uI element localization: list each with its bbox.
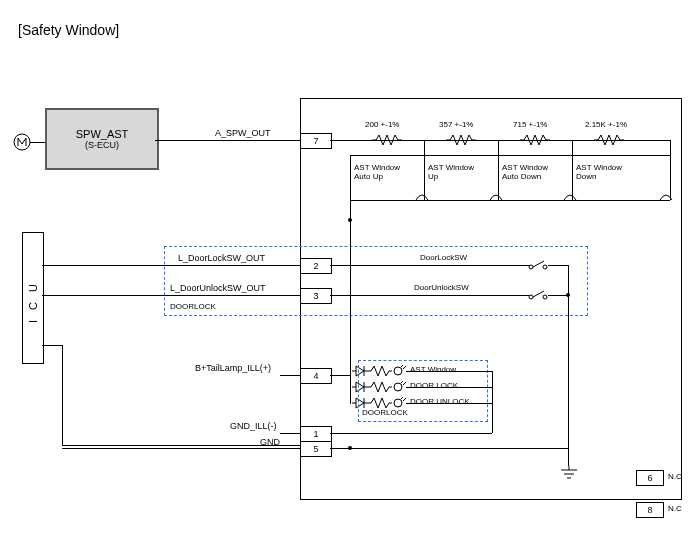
doorlock-group-box — [164, 246, 588, 316]
wire — [330, 375, 350, 376]
svg-point-0 — [14, 134, 30, 150]
signal-b-tail-ill: B+TailLamp_ILL(+) — [195, 363, 271, 373]
r4-value: 2.15K +-1% — [585, 120, 627, 129]
diagram-title: [Safety Window] — [18, 22, 119, 38]
wire — [30, 142, 45, 143]
r2-value: 357 +-1% — [439, 120, 473, 129]
node-dot — [348, 446, 352, 450]
text: Up — [428, 172, 438, 181]
wire — [568, 448, 569, 466]
switch-icon — [488, 190, 504, 204]
text: Auto Down — [502, 172, 541, 181]
text: AST Window — [354, 163, 400, 172]
pin-5: 5 — [300, 441, 332, 457]
text: Auto Up — [354, 172, 383, 181]
ill-group-label: DOORLOCK — [362, 408, 408, 417]
switch-icon — [658, 190, 674, 204]
resistor-icon — [372, 133, 402, 147]
wire — [350, 220, 351, 375]
wire — [62, 448, 300, 449]
resistor-icon — [594, 133, 624, 147]
nc-label-6: N.C — [668, 472, 682, 481]
sw1-label: AST Window Auto Up — [354, 163, 420, 181]
ecu-name: SPW_AST — [76, 128, 129, 140]
ecu-sub: (S-ECU) — [85, 140, 119, 150]
signal-gnd-ill: GND_ILL(-) — [230, 421, 277, 431]
r1-value: 200 +-1% — [365, 120, 399, 129]
text: AST Window — [502, 163, 548, 172]
text: AST Window — [428, 163, 474, 172]
wire — [330, 448, 568, 449]
nc-label-8: N.C — [668, 504, 682, 513]
wire — [62, 345, 63, 445]
sw4-label: AST Window Down — [576, 163, 642, 181]
doorlock-group-label: DOORLOCK — [170, 302, 216, 311]
switch-icon — [414, 190, 430, 204]
pin-7: 7 — [300, 133, 332, 149]
wire — [280, 433, 300, 434]
wire — [350, 200, 351, 220]
pin-4: 4 — [300, 368, 332, 384]
signal-a-spw-out: A_SPW_OUT — [215, 128, 271, 138]
wire — [42, 345, 62, 346]
wire — [155, 140, 300, 141]
wire — [350, 200, 670, 201]
ground-icon — [558, 466, 580, 482]
resistor-icon — [520, 133, 550, 147]
text: Down — [576, 172, 596, 181]
switch-icon — [562, 190, 578, 204]
sw3-label: AST Window Auto Down — [502, 163, 568, 181]
sw2-label: AST Window Up — [428, 163, 494, 181]
wire — [350, 155, 351, 200]
wire — [330, 433, 492, 434]
text: AST Window — [576, 163, 622, 172]
wire — [406, 387, 492, 388]
pin-8: 8 — [636, 502, 664, 518]
wire — [280, 375, 300, 376]
wire — [350, 155, 670, 156]
icu-box: ICU — [22, 232, 44, 364]
signal-gnd: GND — [260, 437, 280, 447]
ecu-box: SPW_AST (S-ECU) — [45, 108, 159, 170]
wire — [350, 370, 351, 404]
wire — [406, 403, 492, 404]
r3-value: 715 +-1% — [513, 120, 547, 129]
resistor-icon — [446, 133, 476, 147]
pin-6: 6 — [636, 470, 664, 486]
icu-label: ICU — [27, 274, 39, 323]
wire — [406, 371, 492, 372]
pin-1: 1 — [300, 426, 332, 442]
wire — [492, 371, 493, 433]
